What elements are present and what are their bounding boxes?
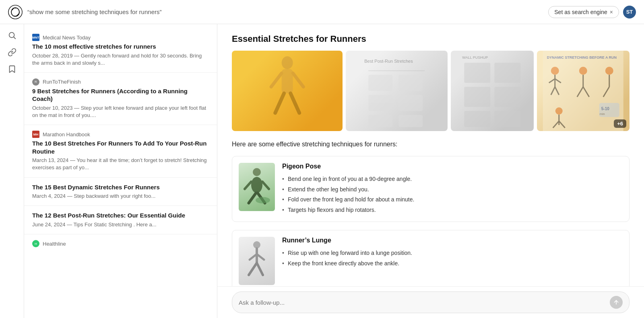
- source-excerpt: October 10, 2023 — Step your left knee f…: [32, 105, 209, 119]
- icon-sidebar: [0, 24, 24, 318]
- svg-text:5-10: 5-10: [601, 107, 609, 111]
- svg-rect-18: [464, 63, 490, 83]
- main-layout: MNT Medical News Today The 10 most effec…: [0, 24, 644, 318]
- list-item[interactable]: The 12 Best Post-Run Stretches: Our Esse…: [24, 207, 217, 233]
- stretch-bullet: Targets hip flexors and hip rotators.: [282, 205, 623, 215]
- gallery-plus-badge[interactable]: +6: [614, 119, 626, 128]
- stretch-bullets: Rise up with one leg forward into a lung…: [282, 248, 623, 269]
- svg-line-58: [257, 263, 263, 275]
- sidebar-link-icon[interactable]: [7, 47, 17, 57]
- list-item[interactable]: H Healthline: [24, 235, 217, 254]
- source-title: The 15 Best Dynamic Stretches For Runner…: [32, 183, 209, 191]
- divider: [24, 72, 217, 73]
- svg-line-5: [271, 73, 282, 87]
- list-item[interactable]: MNT Medical News Today The 10 most effec…: [24, 29, 217, 72]
- header-left: “show me some stretching techniques for …: [8, 5, 161, 19]
- list-item[interactable]: MH Marathon Handbook The 10 Best Stretch…: [24, 126, 217, 176]
- avatar[interactable]: ST: [623, 6, 636, 18]
- stretch-card: Runner’s Lunge Rise up with one leg forw…: [232, 230, 630, 292]
- stretch-image-lunge: [239, 237, 275, 285]
- svg-line-49: [262, 182, 269, 189]
- stretch-content: Pigeon Pose Bend one leg in front of you…: [282, 163, 623, 215]
- stretch-image-pigeon: [239, 163, 275, 211]
- gallery-image-3[interactable]: WALL PUSHUP: [451, 51, 534, 131]
- stretch-name: Runner’s Lunge: [282, 237, 623, 244]
- source-title: The 10 most effective stretches for runn…: [32, 43, 209, 51]
- gallery-title: Essential Stretches for Runners: [232, 34, 630, 44]
- svg-rect-20: [464, 87, 490, 107]
- set-search-engine-button[interactable]: Set as search engine ×: [548, 6, 619, 18]
- svg-line-8: [291, 93, 299, 113]
- svg-line-6: [293, 73, 303, 87]
- source-site: Marathon Handbook: [43, 131, 90, 137]
- gallery-image-1[interactable]: [232, 51, 343, 131]
- svg-line-7: [275, 93, 284, 113]
- divider: [24, 205, 217, 206]
- sidebar-bookmark-icon[interactable]: [7, 64, 17, 74]
- source-excerpt: March 13, 2024 — You hear it all the tim…: [32, 157, 209, 171]
- svg-line-50: [249, 193, 256, 203]
- close-search-engine-icon[interactable]: ×: [610, 9, 613, 15]
- source-list: MNT Medical News Today The 10 most effec…: [24, 24, 217, 318]
- stretch-cards: Pigeon Pose Bend one leg in front of you…: [232, 156, 630, 292]
- send-button[interactable]: [610, 296, 623, 309]
- stretch-card: Pigeon Pose Bend one leg in front of you…: [232, 156, 630, 222]
- intro-text: Here are some effective stretching techn…: [232, 141, 630, 148]
- gallery-image-2[interactable]: Best Post-Run Stretches: [346, 51, 447, 131]
- stretch-bullet: Bend one leg in front of you at a 90-deg…: [282, 174, 623, 185]
- header-right: Set as search engine × ST: [548, 6, 636, 18]
- svg-text:min: min: [600, 112, 605, 116]
- followup-bar: [217, 286, 644, 318]
- svg-point-3: [282, 56, 293, 69]
- svg-point-36: [605, 67, 613, 75]
- source-meta: R RunToTheFinish: [32, 78, 209, 86]
- followup-input[interactable]: [239, 299, 610, 306]
- svg-text:Best Post-Run Stretches: Best Post-Run Stretches: [365, 59, 413, 64]
- svg-point-52: [256, 197, 270, 203]
- sidebar-search-icon[interactable]: [7, 31, 17, 40]
- source-excerpt: October 28, 2019 — Gently reach forward …: [32, 52, 209, 67]
- source-meta: MH Marathon Handbook: [32, 131, 209, 138]
- stretch-bullets: Bend one leg in front of you at a 90-deg…: [282, 174, 623, 215]
- source-favicon: MH: [32, 131, 39, 138]
- source-favicon: R: [32, 78, 39, 86]
- svg-rect-21: [494, 87, 520, 107]
- source-excerpt: June 24, 2024 — Tips For Static Stretchi…: [32, 221, 209, 228]
- stretch-bullet: Fold over the front leg and hold for abo…: [282, 195, 623, 205]
- svg-point-1: [9, 33, 14, 38]
- source-title: The 12 Best Post-Run Stretches: Our Esse…: [32, 211, 209, 220]
- svg-rect-19: [494, 63, 520, 83]
- svg-rect-14: [399, 95, 423, 111]
- svg-rect-24: [543, 51, 623, 131]
- svg-rect-15: [369, 115, 393, 127]
- svg-point-47: [251, 177, 262, 193]
- svg-text:DYNAMIC STRETCHING BEFORE A RU: DYNAMIC STRETCHING BEFORE A RUN: [547, 55, 617, 59]
- content-area: Essential Stretches for Runners Best Pos…: [217, 24, 644, 318]
- svg-rect-22: [464, 111, 490, 127]
- svg-rect-16: [399, 115, 423, 127]
- svg-rect-11: [369, 75, 393, 91]
- list-item[interactable]: R RunToTheFinish 9 Best Stretches for Ru…: [24, 74, 217, 124]
- source-excerpt: March 4, 2024 — Step backward with your …: [32, 193, 209, 200]
- source-favicon: H: [32, 240, 39, 247]
- openai-logo-icon[interactable]: [8, 5, 23, 19]
- svg-point-26: [551, 67, 559, 75]
- svg-point-0: [8, 5, 22, 18]
- source-meta: MNT Medical News Today: [32, 34, 209, 41]
- stretch-bullet: Keep the front knee directly above the a…: [282, 259, 623, 269]
- stretch-bullet: Extend the other leg behind you.: [282, 185, 623, 195]
- svg-rect-4: [282, 69, 293, 93]
- gallery-image-4[interactable]: DYNAMIC STRETCHING BEFORE A RUN: [537, 51, 630, 131]
- source-site: RunToTheFinish: [43, 79, 81, 85]
- stretch-content: Runner’s Lunge Rise up with one leg forw…: [282, 237, 623, 285]
- image-gallery: Best Post-Run Stretches WALL PUSHUP: [232, 51, 630, 131]
- source-meta: H Healthline: [32, 240, 209, 247]
- source-site: Healthline: [43, 241, 66, 247]
- header: “show me some stretching techniques for …: [0, 0, 644, 24]
- divider: [24, 177, 217, 178]
- svg-line-48: [245, 182, 251, 189]
- stretch-bullet: Rise up with one leg forward into a lung…: [282, 248, 623, 259]
- divider: [24, 125, 217, 125]
- source-title: 9 Best Stretches for Runners (According …: [32, 87, 209, 103]
- list-item[interactable]: The 15 Best Dynamic Stretches For Runner…: [24, 178, 217, 205]
